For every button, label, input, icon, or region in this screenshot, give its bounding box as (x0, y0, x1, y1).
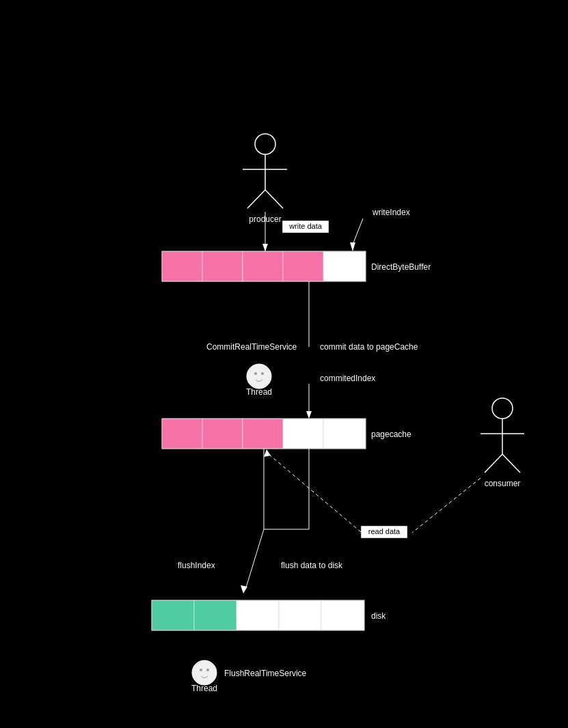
svg-line-2 (247, 190, 265, 208)
write-data-label: write data (288, 222, 323, 230)
pagecache-label: pagecache (371, 430, 411, 439)
flush-thread-label: Thread (191, 684, 217, 693)
svg-rect-12 (283, 251, 323, 281)
svg-rect-11 (243, 251, 283, 281)
consumer-head (492, 398, 513, 419)
svg-rect-24 (283, 419, 323, 449)
svg-line-33 (269, 454, 361, 532)
svg-rect-40 (152, 600, 194, 630)
svg-marker-5 (350, 242, 355, 251)
write-index-label: writeIndex (372, 208, 410, 217)
svg-rect-22 (202, 419, 243, 449)
consumer-label: consumer (485, 479, 521, 488)
svg-point-18 (261, 372, 264, 375)
svg-rect-43 (279, 600, 321, 630)
svg-point-47 (200, 669, 202, 671)
svg-marker-8 (262, 244, 268, 251)
svg-point-16 (249, 367, 269, 386)
flush-data-label: flush data to disk (281, 561, 343, 570)
svg-rect-13 (323, 251, 366, 281)
commited-index-label: commitedIndex (320, 374, 375, 383)
svg-line-29 (485, 454, 502, 473)
svg-line-4 (353, 219, 363, 244)
svg-rect-41 (194, 600, 236, 630)
svg-rect-21 (162, 419, 202, 449)
svg-line-3 (265, 190, 283, 208)
svg-rect-23 (243, 419, 283, 449)
disk-label: disk (371, 611, 386, 621)
flush-index-label: flushIndex (178, 561, 215, 570)
svg-rect-10 (202, 251, 243, 281)
producer-head (255, 134, 275, 154)
commit-data-label: commit data to pageCache (320, 342, 418, 352)
svg-rect-42 (236, 600, 279, 630)
svg-point-48 (206, 669, 209, 671)
svg-point-17 (254, 372, 257, 375)
svg-line-31 (412, 478, 481, 533)
svg-marker-34 (264, 449, 271, 457)
svg-rect-44 (321, 600, 364, 630)
svg-rect-9 (162, 251, 202, 281)
commit-thread-label: Thread (246, 387, 272, 397)
flush-service-label: FlushRealTimeService (224, 669, 307, 678)
svg-line-38 (246, 529, 264, 587)
svg-marker-39 (241, 585, 247, 593)
svg-rect-25 (323, 419, 366, 449)
read-data-label: read data (368, 527, 401, 535)
svg-point-46 (195, 663, 214, 682)
svg-line-30 (502, 454, 520, 473)
svg-marker-20 (306, 411, 312, 419)
direct-byte-buffer-label: DirectByteBuffer (371, 262, 431, 272)
diagram: producer writeIndex write data DirectByt… (0, 0, 568, 728)
commit-service-label: CommitRealTimeService (206, 342, 297, 352)
